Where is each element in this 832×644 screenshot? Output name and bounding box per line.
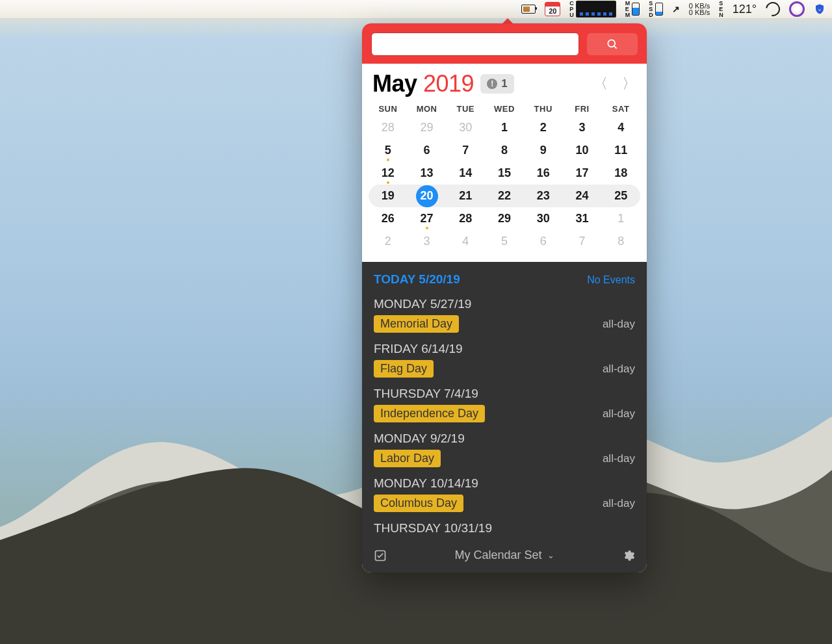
- calendar-day[interactable]: 28: [369, 116, 408, 139]
- calendar-day[interactable]: 29: [485, 207, 524, 230]
- calendar-week: 2345678: [369, 230, 640, 253]
- calendar-day[interactable]: 5: [369, 139, 408, 162]
- calendar-day[interactable]: 30: [446, 116, 485, 139]
- calendar-day[interactable]: 1: [601, 207, 640, 230]
- event-time: all-day: [603, 452, 635, 465]
- calendar-day[interactable]: 30: [524, 207, 563, 230]
- menubar: 20 CPU MEM SSD ↗ 0 KB/s0 KB/s SEN 121°: [0, 0, 832, 19]
- calendar-day[interactable]: 18: [601, 162, 640, 185]
- calendar-popover: May 2019 ! 1 〈 〉 SUNMONTUEWEDTHUFRISAT 2…: [362, 23, 647, 573]
- temperature-reading[interactable]: 121°: [733, 3, 757, 16]
- agenda-event[interactable]: Independence Dayall-day: [374, 405, 635, 422]
- event-title: Columbus Day: [374, 495, 463, 512]
- refresh-icon[interactable]: [766, 2, 780, 16]
- calendar-day[interactable]: 24: [563, 185, 602, 207]
- agenda-event[interactable]: Flag Dayall-day: [374, 360, 635, 378]
- calendar-day[interactable]: 31: [563, 207, 602, 230]
- agenda-date: THURSDAY 10/31/19: [374, 521, 635, 535]
- month-header: May 2019 ! 1 〈 〉: [362, 64, 647, 97]
- event-title: Independence Day: [374, 405, 485, 422]
- calendar-day[interactable]: 8: [601, 230, 640, 253]
- gear-icon[interactable]: [622, 549, 635, 562]
- weekday-label: THU: [524, 104, 563, 114]
- mem-indicator[interactable]: MEM: [625, 1, 640, 18]
- calendar-day[interactable]: 20: [408, 185, 447, 207]
- calendar-week: 567891011: [369, 139, 640, 162]
- calendar-day[interactable]: 14: [446, 162, 485, 185]
- calendar-day[interactable]: 1: [485, 116, 524, 139]
- agenda-group: THURSDAY 10/31/19: [374, 521, 635, 535]
- calendar-day[interactable]: 23: [524, 185, 563, 207]
- weekday-label: SAT: [601, 104, 640, 114]
- calendar-day[interactable]: 17: [563, 162, 602, 185]
- event-title: Memorial Day: [374, 315, 459, 333]
- cpu-indicator[interactable]: CPU: [569, 1, 616, 18]
- calendar-day[interactable]: 16: [524, 162, 563, 185]
- event-time: all-day: [603, 363, 635, 376]
- search-icon: [606, 38, 619, 51]
- sensor-label[interactable]: SEN: [719, 1, 723, 18]
- event-dot-icon: [387, 181, 389, 184]
- shield-icon[interactable]: [814, 3, 826, 15]
- calendar-day[interactable]: 29: [408, 116, 447, 139]
- agenda-group: FRIDAY 6/14/19Flag Dayall-day: [374, 342, 635, 378]
- calendar-week: 19202122232425: [369, 185, 640, 207]
- weekday-label: TUE: [446, 104, 485, 114]
- search-button[interactable]: [587, 33, 638, 55]
- agenda-date: MONDAY 9/2/19: [374, 431, 635, 446]
- agenda-group: MONDAY 9/2/19Labor Dayall-day: [374, 431, 635, 467]
- weekday-label: SUN: [369, 104, 408, 114]
- calendar-day[interactable]: 3: [563, 116, 602, 139]
- calendar-day[interactable]: 11: [601, 139, 640, 162]
- battery-indicator[interactable]: [521, 5, 536, 14]
- calendar-day[interactable]: 5: [485, 230, 524, 253]
- agenda-event[interactable]: Columbus Dayall-day: [374, 495, 635, 512]
- event-time: all-day: [603, 407, 635, 420]
- calendar-day[interactable]: 4: [601, 116, 640, 139]
- calendar-week: 2829301234: [369, 116, 640, 139]
- calendar-day[interactable]: 27: [408, 207, 447, 230]
- calendar-day[interactable]: 2: [524, 116, 563, 139]
- calendar-day[interactable]: 15: [485, 162, 524, 185]
- calendar-day[interactable]: 25: [601, 185, 640, 207]
- calendar-day[interactable]: 22: [485, 185, 524, 207]
- weekday-label: MON: [408, 104, 447, 114]
- menubar-calendar-icon[interactable]: 20: [545, 2, 560, 16]
- svg-line-1: [614, 46, 617, 49]
- calendar-day[interactable]: 12: [369, 162, 408, 185]
- calendar-day[interactable]: 7: [563, 230, 602, 253]
- calendar-day[interactable]: 6: [524, 230, 563, 253]
- calendar-day[interactable]: 8: [485, 139, 524, 162]
- calendar-day[interactable]: 26: [369, 207, 408, 230]
- calendar-day[interactable]: 21: [446, 185, 485, 207]
- event-title: Labor Day: [374, 450, 441, 467]
- search-input[interactable]: [371, 32, 579, 56]
- alert-badge[interactable]: ! 1: [480, 74, 514, 94]
- calendar-day[interactable]: 3: [408, 230, 447, 253]
- calendar-day[interactable]: 13: [408, 162, 447, 185]
- popover-header: [362, 23, 647, 64]
- calendar-day[interactable]: 9: [524, 139, 563, 162]
- agenda-event[interactable]: Labor Dayall-day: [374, 450, 635, 467]
- reminders-icon[interactable]: [374, 549, 387, 562]
- agenda-group: THURSDAY 7/4/19Independence Dayall-day: [374, 387, 635, 422]
- calendar-day[interactable]: 2: [369, 230, 408, 253]
- calendar-day[interactable]: 7: [446, 139, 485, 162]
- ssd-indicator[interactable]: SSD: [649, 1, 663, 18]
- calendar-day[interactable]: 19: [369, 185, 408, 207]
- calendar-set-selector[interactable]: My Calendar Set ⌄: [454, 548, 554, 562]
- fullscreen-icon[interactable]: ↗: [672, 4, 680, 14]
- agenda-event[interactable]: Memorial Dayall-day: [374, 315, 635, 333]
- calendar-day[interactable]: 4: [446, 230, 485, 253]
- agenda-group: MONDAY 10/14/19Columbus Dayall-day: [374, 476, 635, 512]
- prev-month-button[interactable]: 〈: [593, 74, 608, 94]
- calendar-day[interactable]: 6: [408, 139, 447, 162]
- sync-icon[interactable]: [789, 1, 805, 17]
- calendar-day[interactable]: 28: [446, 207, 485, 230]
- agenda-no-events: No Events: [587, 274, 635, 286]
- network-indicator[interactable]: 0 KB/s0 KB/s: [689, 3, 710, 16]
- calendar-day[interactable]: 10: [563, 139, 602, 162]
- agenda-date: MONDAY 10/14/19: [374, 476, 635, 491]
- next-month-button[interactable]: 〉: [622, 74, 636, 94]
- calendar-week: 12131415161718: [369, 162, 640, 185]
